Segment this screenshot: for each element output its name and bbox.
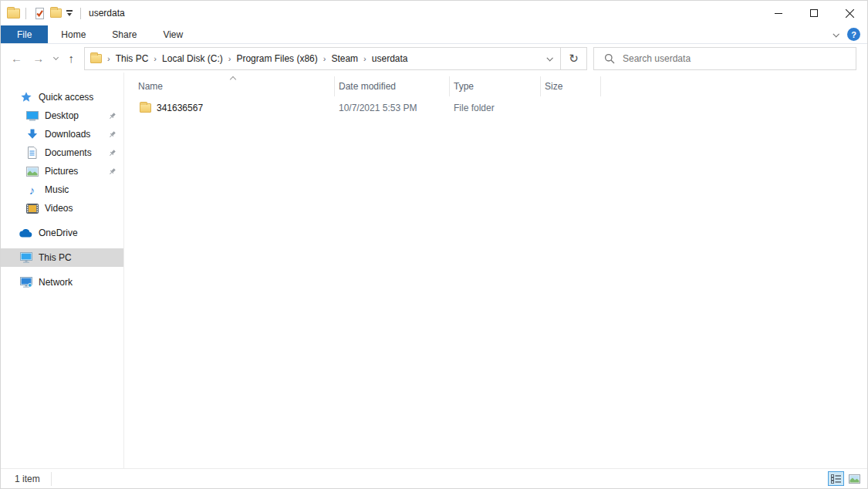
sidebar-item-label: Pictures: [45, 166, 78, 177]
back-button[interactable]: ←: [11, 52, 22, 64]
large-icons-view-button[interactable]: [846, 471, 863, 486]
address-dropdown-button[interactable]: [539, 48, 560, 69]
file-date-modified: 10/7/2021 5:53 PM: [335, 103, 450, 113]
sidebar-item-videos[interactable]: Videos: [1, 199, 123, 218]
sidebar-item-music[interactable]: ♪ Music: [1, 180, 123, 199]
status-bar: 1 item: [1, 468, 867, 488]
column-header-size[interactable]: Size: [541, 76, 601, 96]
recent-locations-chevron-icon[interactable]: [53, 54, 59, 59]
sidebar-item-network[interactable]: Network: [1, 273, 123, 292]
sidebar-item-label: Downloads: [45, 129, 90, 140]
quick-access-properties-button[interactable]: [32, 7, 48, 20]
new-folder-icon: [50, 8, 62, 18]
minimize-icon: [775, 13, 782, 14]
refresh-button[interactable]: ↻: [560, 48, 586, 69]
sidebar-item-desktop[interactable]: Desktop: [1, 106, 123, 125]
download-arrow-icon: [25, 129, 39, 140]
search-icon: [604, 53, 615, 64]
breadcrumb-separator-icon: ›: [107, 53, 110, 63]
search-box[interactable]: [593, 47, 856, 70]
pin-icon: [108, 149, 117, 157]
sidebar-item-pictures[interactable]: Pictures: [1, 162, 123, 180]
sidebar-item-this-pc[interactable]: This PC: [1, 248, 123, 267]
sidebar-item-label: Videos: [45, 203, 73, 214]
quick-access-new-folder-button[interactable]: [48, 8, 64, 18]
sidebar-item-quick-access[interactable]: Quick access: [1, 88, 123, 106]
customize-quick-access-toolbar-button[interactable]: [64, 10, 75, 16]
sidebar-item-label: Music: [45, 184, 69, 195]
network-icon: [19, 277, 32, 288]
file-type: File folder: [450, 103, 541, 113]
sidebar-item-onedrive[interactable]: OneDrive: [1, 224, 123, 242]
file-explorer-window: userdata File Home Share View ? ← → ↑: [0, 0, 868, 489]
toolbar-dropdown-icon: [66, 10, 73, 16]
minimize-button[interactable]: [761, 1, 796, 25]
tab-share[interactable]: Share: [99, 25, 150, 43]
search-input[interactable]: [623, 53, 856, 64]
column-header-date-modified[interactable]: Date modified: [335, 76, 450, 96]
thumbnail-view-icon: [849, 474, 860, 484]
app-folder-icon: [7, 8, 20, 19]
window-title: userdata: [89, 8, 125, 19]
film-icon: [25, 204, 39, 214]
pin-icon: [108, 112, 117, 120]
pin-icon: [108, 167, 117, 176]
breadcrumb-item-steam[interactable]: Steam: [331, 53, 358, 64]
close-icon: [845, 8, 855, 19]
star-icon: [19, 91, 32, 103]
tab-home[interactable]: Home: [48, 25, 99, 43]
address-bar[interactable]: › This PC › Local Disk (C:) › Program Fi…: [84, 47, 587, 70]
maximize-button[interactable]: [796, 1, 832, 25]
sidebar-item-label: OneDrive: [39, 228, 78, 238]
desktop-icon: [25, 110, 39, 121]
file-name: 341636567: [157, 103, 203, 113]
onedrive-cloud-icon: [19, 229, 32, 238]
details-view-icon: [831, 474, 841, 484]
titlebar-separator: [80, 8, 81, 19]
breadcrumb-separator-icon: ›: [363, 53, 366, 63]
tab-file[interactable]: File: [1, 25, 48, 43]
statusbar-separator: [51, 472, 52, 486]
breadcrumb-item-userdata[interactable]: userdata: [372, 53, 408, 64]
file-row-341636567[interactable]: 341636567 10/7/2021 5:53 PM File folder: [124, 99, 867, 116]
picture-icon: [25, 167, 39, 177]
navigation-pane: Quick access Desktop Downloads: [1, 73, 124, 468]
folder-icon: [140, 103, 151, 113]
breadcrumb-item-local-disk-c[interactable]: Local Disk (C:): [162, 53, 223, 64]
breadcrumb-separator-icon: ›: [228, 53, 231, 63]
sidebar-item-label: Desktop: [45, 110, 79, 121]
breadcrumb-separator-icon: ›: [154, 53, 157, 63]
column-header-row: Name Date modified Type Size: [124, 76, 867, 96]
close-button[interactable]: [832, 1, 867, 25]
breadcrumb-item-this-pc[interactable]: This PC: [116, 53, 149, 64]
breadcrumb: › This PC › Local Disk (C:) › Program Fi…: [85, 48, 539, 69]
chevron-down-icon: [546, 55, 552, 61]
properties-check-document-icon: [34, 7, 46, 20]
details-view-button[interactable]: [828, 471, 844, 486]
forward-button[interactable]: →: [32, 52, 44, 64]
computer-icon: [19, 252, 32, 263]
breadcrumb-separator-icon: ›: [323, 53, 326, 63]
maximize-icon: [810, 9, 818, 17]
tab-view[interactable]: View: [150, 25, 196, 43]
item-count: 1 item: [15, 474, 40, 484]
help-button[interactable]: ?: [847, 28, 860, 41]
sidebar-item-documents[interactable]: Documents: [1, 143, 123, 162]
breadcrumb-item-program-files-x86[interactable]: Program Files (x86): [236, 53, 317, 64]
up-button[interactable]: ↑: [68, 52, 74, 64]
expand-ribbon-chevron-icon[interactable]: [833, 31, 839, 37]
navigation-toolbar: ← → ↑ › This PC › Local Disk (C:) › Prog…: [1, 44, 867, 73]
title-bar: userdata: [1, 1, 867, 25]
music-note-icon: ♪: [25, 184, 39, 196]
sidebar-item-downloads[interactable]: Downloads: [1, 125, 123, 143]
column-header-type[interactable]: Type: [450, 76, 541, 96]
document-icon: [25, 147, 39, 159]
sort-ascending-icon: [230, 76, 236, 83]
sidebar-item-label: Documents: [45, 147, 92, 158]
column-header-name[interactable]: Name: [124, 76, 335, 96]
sidebar-item-label: This PC: [39, 252, 72, 263]
ribbon-tab-bar: File Home Share View ?: [1, 25, 867, 44]
file-list-pane[interactable]: Name Date modified Type Size 341636567 1…: [124, 73, 867, 468]
sidebar-item-label: Quick access: [39, 92, 93, 103]
pin-icon: [108, 130, 117, 139]
